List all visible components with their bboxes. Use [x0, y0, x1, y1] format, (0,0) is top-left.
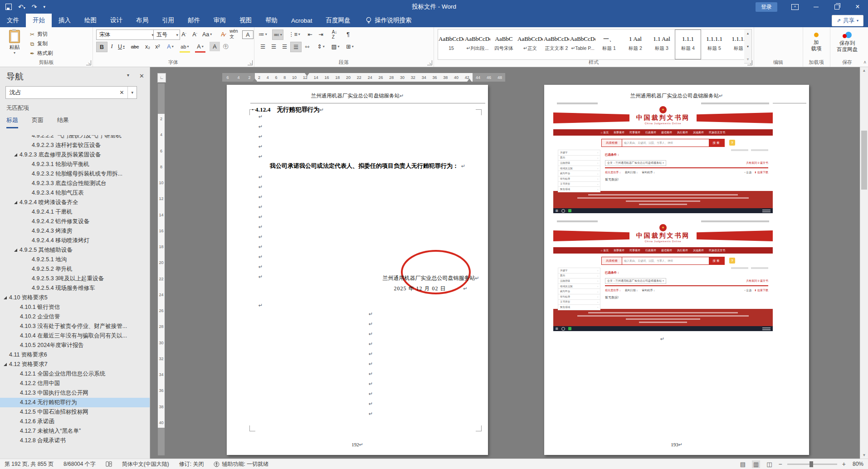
highlight-color-button[interactable]: ab▾: [180, 42, 190, 53]
sort-option[interactable]: 相关度排序 ↓: [605, 288, 621, 293]
nav-item[interactable]: 4.9.2.4.2 铝件修复设备: [0, 217, 150, 226]
batch-download-button[interactable]: ⬇ 批量下载: [754, 288, 768, 293]
tab-selector-box[interactable]: ∟: [157, 73, 166, 83]
subscript-button[interactable]: x₂: [142, 42, 153, 51]
nav-item[interactable]: 4.9.2.5 其他辅助设备: [0, 245, 150, 255]
nav-pane-options-icon[interactable]: ▾: [127, 73, 129, 79]
superscript-button[interactable]: x²: [152, 42, 163, 51]
strikethrough-button[interactable]: abc: [130, 42, 140, 51]
expand-triangle-icon[interactable]: [14, 153, 17, 156]
site-nav-item[interactable]: 民族语言文书: [709, 131, 725, 135]
nav-pane-close-icon[interactable]: ✕: [139, 73, 144, 79]
underline-button[interactable]: U▾: [116, 42, 127, 51]
site-nav-item[interactable]: 执行案件: [677, 131, 688, 135]
style-gallery-more-button[interactable]: ▴▾▿: [744, 29, 752, 64]
ribbon-tab-设计[interactable]: 设计: [103, 14, 129, 27]
style-item-标题 6[interactable]: 1.1.1.1.标题 6: [727, 29, 745, 59]
nav-item[interactable]: 4.12.6 承诺函: [0, 417, 150, 426]
justify-button[interactable]: ☰: [290, 42, 302, 52]
zoom-level[interactable]: 80%: [853, 461, 863, 467]
bold-button[interactable]: B: [96, 42, 107, 52]
nav-item[interactable]: 4.10 资格要求5: [0, 293, 150, 303]
nav-item[interactable]: 4.12.5 中国石油招标投标网: [0, 407, 150, 417]
nav-item[interactable]: 4.9.2.3.3 底盘综合性能测试台: [0, 179, 150, 188]
zoom-in-button[interactable]: +: [842, 460, 846, 468]
site-filter-item[interactable]: 聚焦领域›: [558, 304, 600, 310]
site-search-button[interactable]: 搜索: [709, 257, 724, 264]
nav-item[interactable]: 4.9.2.3.4 轮胎气压表: [0, 188, 150, 198]
ribbon-tab-文件[interactable]: 文件: [0, 14, 26, 27]
nav-item[interactable]: 4.9.2.4 喷烤漆设备齐全: [0, 198, 150, 207]
site-nav-item[interactable]: 执行案件: [677, 249, 688, 253]
style-item-标题 3[interactable]: 1.1 Aal标题 3: [649, 29, 675, 59]
style-item-四号宋体[interactable]: AaBbC四号宋体: [491, 29, 517, 59]
expand-triangle-icon[interactable]: [4, 296, 7, 299]
style-item-标题 4[interactable]: 1.1.1标题 4: [675, 29, 701, 59]
align-right-button[interactable]: ☰: [279, 42, 290, 51]
site-nav-item[interactable]: 民族语言文书: [709, 249, 725, 253]
document-page-192[interactable]: 兰州通用机器厂实业总公司盘锦服务站↵ ▪4.12.4无行贿犯罪行为↵ 我公司承诺…: [227, 85, 488, 455]
search-condition-tag[interactable]: 全文：兰州通用机器厂实业总公司盘锦服务站 ×: [605, 278, 666, 284]
nav-item[interactable]: 4.10.1 银行资信: [0, 303, 150, 312]
left-indent-box-marker[interactable]: [253, 80, 257, 82]
nav-item[interactable]: 4.12.2 信用中国: [0, 379, 150, 388]
phonetic-guide-button[interactable]: wén文: [229, 29, 239, 39]
site-nav-item[interactable]: 刑事案件: [614, 249, 624, 253]
nav-item[interactable]: 4.10.5 2024年度审计报告: [0, 341, 150, 350]
nav-item[interactable]: 4.9.2.2.3 连杆衬套铰压设备: [0, 141, 150, 150]
minimize-button[interactable]: [805, 0, 826, 14]
character-shading-button[interactable]: A: [210, 42, 220, 51]
site-nav-item[interactable]: 行政案件: [645, 131, 656, 135]
print-layout-view-icon[interactable]: ▥: [752, 460, 760, 468]
page-indicator[interactable]: 第 192 页, 共 855 页: [5, 460, 54, 468]
nav-item[interactable]: 4.9.2.4.1 干磨机: [0, 207, 150, 217]
site-nav-item[interactable]: 其他案件: [693, 249, 704, 253]
shrink-font-button[interactable]: Aˇ: [190, 29, 200, 39]
add-ins-button[interactable]: 加载项: [803, 31, 830, 52]
web-layout-view-icon[interactable]: ◫: [765, 460, 773, 468]
first-line-indent-marker[interactable]: [305, 73, 309, 76]
distribute-button[interactable]: ⇿: [302, 42, 312, 51]
expand-triangle-icon[interactable]: [4, 363, 7, 366]
numbering-button[interactable]: ≕▾: [272, 29, 283, 40]
nav-tab-结果[interactable]: 结果: [57, 116, 69, 128]
right-indent-marker[interactable]: [467, 78, 472, 82]
zoom-slider-thumb[interactable]: [809, 461, 813, 467]
save-icon[interactable]: [5, 4, 12, 10]
nav-item[interactable]: 4.12.1 全国企业信用信息公示系统: [0, 369, 150, 379]
ribbon-tab-插入[interactable]: 插入: [52, 14, 78, 27]
read-mode-view-icon[interactable]: ▤: [739, 460, 747, 468]
restore-button[interactable]: [826, 0, 847, 14]
horizontal-ruler[interactable]: 642 246810121416182022242628303234363840…: [222, 73, 505, 82]
login-button[interactable]: 登录: [756, 2, 777, 12]
format-painter-button[interactable]: ✒格式刷: [29, 50, 53, 57]
document-page-193[interactable]: 兰州通用机器厂实业总公司盘锦服务站↵ ✦中国裁判文书网China Judgeme…: [544, 85, 809, 455]
nav-item[interactable]: 4.9.2.3.1 轮胎动平衡机: [0, 160, 150, 169]
language-indicator[interactable]: 简体中文(中国大陆): [122, 460, 169, 468]
nav-item[interactable]: 4.9.2.3 底盘修理及拆装紧固设备: [0, 150, 150, 160]
nav-item[interactable]: 4.12.3 中国执行信息公开网: [0, 388, 150, 398]
site-nav-item[interactable]: 民事案件: [629, 131, 640, 135]
style-item-标题 5[interactable]: 1.1.1.1标题 5: [701, 29, 727, 59]
expand-triangle-icon[interactable]: [14, 249, 17, 252]
sort-option[interactable]: 裁判日期 ↓: [625, 171, 638, 175]
paste-button[interactable]: 粘贴▾: [5, 30, 24, 55]
clear-formatting-button[interactable]: A̷: [218, 29, 228, 39]
change-case-button[interactable]: Aa▾: [201, 29, 213, 39]
italic-button[interactable]: I: [107, 42, 117, 51]
ribbon-tab-视图[interactable]: 视图: [233, 14, 258, 27]
font-name-combo[interactable]: 宋体▾: [96, 29, 156, 40]
style-item-标题 1[interactable]: 一、标题 1: [596, 29, 622, 59]
nav-item[interactable]: 4.12.8 合规承诺书: [0, 436, 150, 445]
clear-search-icon[interactable]: ✕: [116, 89, 127, 96]
site-nav-item[interactable]: ⌂ 首页: [601, 249, 609, 253]
style-item-↵列出段...[interactable]: AaBbCcDc↵列出段...: [464, 29, 491, 59]
font-size-combo[interactable]: 五号▾: [153, 29, 180, 40]
close-button[interactable]: ×: [847, 0, 868, 14]
copy-button[interactable]: ⧉复制: [29, 40, 48, 47]
nav-tab-页面[interactable]: 页面: [32, 116, 44, 128]
site-nav-item[interactable]: 赔偿案件: [661, 131, 672, 135]
nav-item[interactable]: 4.12.7 未被纳入“黑名单”: [0, 426, 150, 436]
track-changes-indicator[interactable]: 修订: 关闭: [179, 460, 204, 468]
sort-option[interactable]: 裁判日期 ↓: [625, 288, 638, 293]
